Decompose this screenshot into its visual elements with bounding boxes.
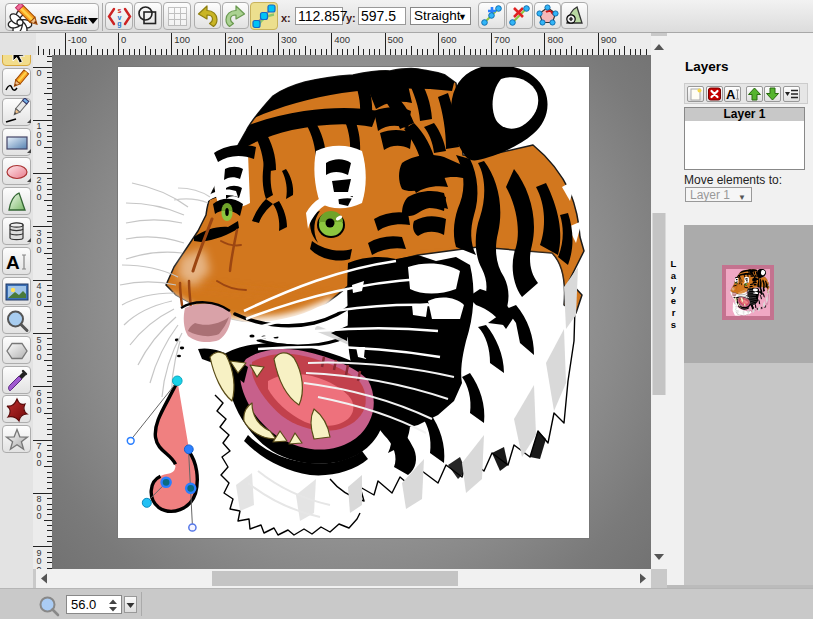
svg-text:600: 600: [441, 34, 457, 45]
svg-text:800: 800: [37, 494, 42, 521]
svg-text:600: 600: [37, 388, 42, 415]
svg-text:200: 200: [228, 34, 244, 45]
svg-text:A: A: [726, 87, 736, 102]
svg-text:0: 0: [37, 68, 42, 78]
svg-text:700: 700: [37, 441, 42, 468]
svg-text:500: 500: [37, 335, 42, 362]
svg-text:g: g: [117, 20, 121, 28]
svg-text:-100: -100: [68, 34, 87, 45]
svg-text:100: 100: [174, 34, 190, 45]
svg-text:900: 900: [37, 548, 42, 569]
svg-text:SVG-Edit: SVG-Edit: [40, 14, 87, 26]
svg-text:A: A: [6, 252, 20, 273]
svg-text:900: 900: [601, 34, 617, 45]
svg-text:400: 400: [37, 281, 42, 308]
svg-text:800: 800: [547, 34, 563, 45]
svg-text:200: 200: [37, 175, 42, 202]
svg-text:300: 300: [37, 228, 42, 255]
svg-text:700: 700: [494, 34, 510, 45]
svg-text:100: 100: [37, 121, 42, 148]
svg-text:0: 0: [121, 34, 126, 45]
svg-text:300: 300: [281, 34, 297, 45]
svg-text:500: 500: [388, 34, 404, 45]
svg-text:400: 400: [334, 34, 350, 45]
